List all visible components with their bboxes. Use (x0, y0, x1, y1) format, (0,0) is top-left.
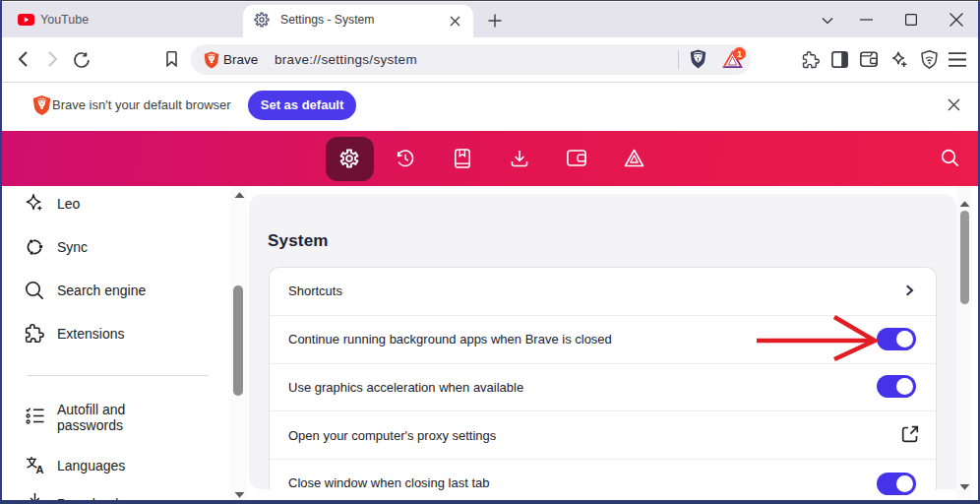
svg-text:1: 1 (737, 49, 742, 59)
